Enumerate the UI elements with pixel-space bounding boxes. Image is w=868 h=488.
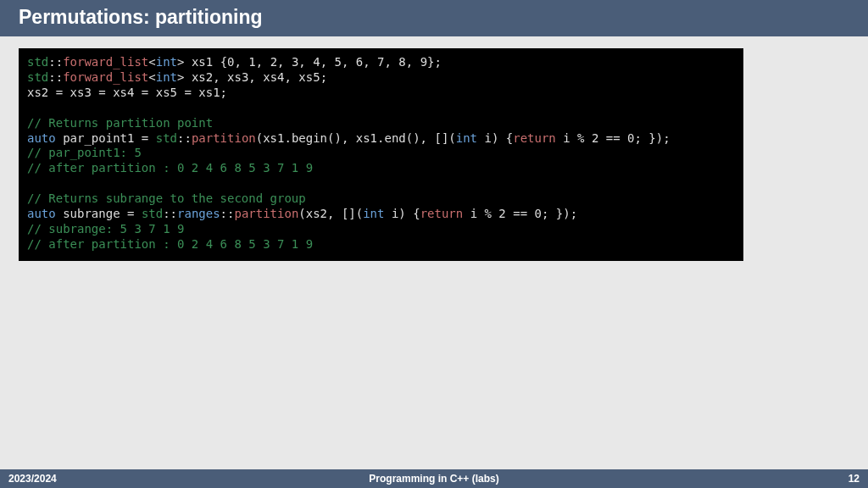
code-token: partition	[192, 131, 256, 145]
code-token: i) {	[384, 207, 420, 220]
code-token: std	[27, 55, 48, 69]
code-token: std	[142, 207, 163, 220]
code-token: ::	[220, 207, 235, 220]
code-comment: // Returns subrange to the second group	[27, 191, 306, 205]
code-token: partition	[234, 207, 298, 220]
slide-body: std::forward_list<int> xs1 {0, 1, 2, 3, …	[0, 36, 868, 488]
code-token: auto	[27, 207, 56, 220]
code-token: std	[27, 70, 48, 84]
code-token: ranges	[177, 207, 220, 220]
code-token: ::	[163, 207, 177, 220]
code-token: subrange =	[56, 207, 142, 220]
footer-page: 12	[849, 473, 860, 485]
code-token: par_point1 =	[56, 131, 156, 145]
code-token: std	[156, 131, 177, 145]
footer-course: Programming in C++ (labs)	[0, 473, 868, 485]
code-token: ::	[177, 131, 192, 145]
code-token: (xs1.begin(), xs1.end(), [](	[256, 131, 456, 145]
code-token: forward_list	[63, 70, 148, 84]
code-token: <	[148, 70, 155, 84]
code-token: i % 2 == 0; });	[463, 207, 577, 220]
code-comment: // after partition : 0 2 4 6 8 5 3 7 1 9	[27, 161, 313, 175]
code-token: i) {	[477, 131, 513, 145]
code-token: ::	[48, 70, 63, 84]
code-comment: // Returns partition point	[27, 116, 213, 130]
code-token: forward_list	[63, 55, 148, 69]
slide: Permutations: partitioning std::forward_…	[0, 0, 868, 488]
slide-title: Permutations: partitioning	[0, 0, 868, 36]
code-token: int	[456, 131, 477, 145]
code-token: xs2, xs3, xs4, xs5;	[184, 70, 327, 84]
code-block: std::forward_list<int> xs1 {0, 1, 2, 3, …	[19, 48, 743, 261]
code-token: (xs2, [](	[298, 207, 363, 220]
code-token	[184, 55, 191, 69]
code-token: ::	[48, 55, 63, 69]
code-token: return	[420, 207, 464, 220]
code-comment: // subrange: 5 3 7 1 9	[27, 222, 184, 236]
footer-year: 2023/2024	[8, 473, 57, 485]
footer: 2023/2024 Programming in C++ (labs) 12	[0, 469, 868, 488]
code-comment: // after partition : 0 2 4 6 8 5 3 7 1 9	[27, 237, 313, 251]
code-token: auto	[27, 131, 56, 145]
code-token: xs2 = xs3 = xs4 = xs5 = xs1;	[27, 86, 227, 99]
code-token: int	[156, 55, 177, 69]
code-token: {0, 1, 2, 3, 4, 5, 6, 7, 8, 9};	[213, 55, 442, 69]
code-comment: // par_point1: 5	[27, 146, 142, 159]
code-token: i % 2 == 0; });	[556, 131, 670, 145]
code-token: int	[363, 207, 384, 220]
code-token: <	[148, 55, 155, 69]
code-token: xs1	[192, 55, 213, 69]
code-token: return	[513, 131, 556, 145]
code-token: int	[156, 70, 177, 84]
